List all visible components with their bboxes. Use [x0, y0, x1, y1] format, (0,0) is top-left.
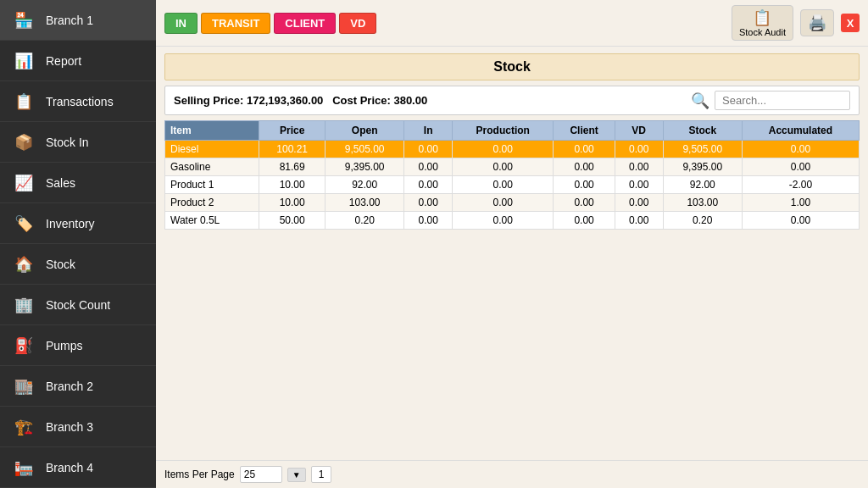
cell-r4-c3: 0.00: [404, 212, 453, 230]
col-header-item: Item: [165, 121, 259, 141]
cell-r0-c5: 0.00: [554, 141, 615, 158]
cell-r2-c2: 92.00: [325, 176, 403, 194]
sidebar-label-branch1: Branch 1: [46, 14, 93, 27]
cell-r4-c7: 0.20: [663, 212, 742, 230]
pumps-icon: ⛽: [10, 332, 37, 359]
cell-r0-c7: 9,505.00: [663, 141, 742, 158]
col-header-in: In: [404, 121, 453, 141]
cell-r2-c3: 0.00: [404, 176, 453, 194]
report-icon: 📊: [10, 47, 37, 75]
cell-r0-c0: Diesel: [165, 141, 259, 158]
sidebar-label-branch2: Branch 2: [46, 380, 93, 393]
sidebar-label-inventory: Inventory: [46, 217, 95, 230]
table-row[interactable]: Diesel100.219,505.000.000.000.000.009,50…: [165, 141, 860, 158]
sidebar-label-stock-count: Stock Count: [46, 298, 110, 312]
items-per-page-input[interactable]: [240, 466, 282, 483]
sidebar-item-stock[interactable]: 🏠 Stock: [0, 244, 156, 285]
sidebar-item-branch4[interactable]: 🏣 Branch 4: [0, 447, 156, 488]
sidebar-item-sales[interactable]: 📈 Sales: [0, 163, 156, 203]
branch3-icon: 🏗️: [10, 413, 37, 441]
table-body: Diesel100.219,505.000.000.000.000.009,50…: [165, 141, 860, 230]
cell-r2-c5: 0.00: [554, 176, 615, 194]
cell-r4-c6: 0.00: [615, 212, 663, 230]
cell-r4-c1: 50.00: [259, 212, 326, 230]
cost-price: Cost Price: 380.00: [332, 94, 427, 107]
sidebar-item-transactions[interactable]: 📋 Transactions: [0, 81, 156, 122]
sidebar-label-report: Report: [46, 54, 81, 68]
sidebar-label-branch3: Branch 3: [46, 420, 93, 434]
transactions-icon: 📋: [10, 88, 37, 115]
badge-client[interactable]: CLIENT: [274, 13, 336, 34]
content-area: Stock Selling Price: 172,193,360.00 Cost…: [156, 47, 868, 460]
sidebar-item-pumps[interactable]: ⛽ Pumps: [0, 325, 156, 366]
cell-r4-c8: 0.00: [742, 212, 859, 230]
price-bar: Selling Price: 172,193,360.00 Cost Price…: [164, 86, 860, 115]
cell-r2-c0: Product 1: [165, 176, 259, 194]
cell-r2-c7: 92.00: [663, 176, 742, 194]
cell-r2-c8: -2.00: [742, 176, 859, 194]
branch4-icon: 🏣: [10, 454, 37, 481]
sales-icon: 📈: [10, 169, 37, 197]
sidebar-item-inventory[interactable]: 🏷️ Inventory: [0, 203, 156, 244]
sidebar-label-stock-in: Stock In: [46, 136, 89, 149]
cell-r1-c7: 9,395.00: [663, 158, 742, 176]
sidebar-item-stock-count[interactable]: 🏢 Stock Count: [0, 285, 156, 325]
cell-r0-c8: 0.00: [742, 141, 859, 158]
cell-r4-c2: 0.20: [325, 212, 403, 230]
cell-r1-c0: Gasoline: [165, 158, 259, 176]
stock-audit-button[interactable]: 📋 Stock Audit: [732, 5, 793, 41]
col-header-client: Client: [554, 121, 615, 141]
cell-r3-c5: 0.00: [554, 194, 615, 212]
sidebar-item-report[interactable]: 📊 Report: [0, 41, 156, 81]
search-area: 🔍: [691, 91, 850, 110]
cell-r0-c6: 0.00: [615, 141, 663, 158]
table-row[interactable]: Water 0.5L50.000.200.000.000.000.000.200…: [165, 212, 860, 230]
table-row[interactable]: Product 110.0092.000.000.000.000.0092.00…: [165, 176, 860, 194]
table-row[interactable]: Gasoline81.699,395.000.000.000.000.009,3…: [165, 158, 860, 176]
sidebar-item-branch1[interactable]: 🏪 Branch 1: [0, 0, 156, 41]
cell-r3-c2: 103.00: [325, 194, 403, 212]
cell-r2-c6: 0.00: [615, 176, 663, 194]
page-number: 1: [311, 466, 332, 483]
cell-r4-c5: 0.00: [554, 212, 615, 230]
badge-vd[interactable]: VD: [339, 13, 376, 34]
cell-r0-c1: 100.21: [259, 141, 326, 158]
branch1-icon: 🏪: [10, 7, 37, 34]
print-button[interactable]: 🖨️: [800, 9, 834, 36]
badge-in[interactable]: IN: [164, 13, 198, 34]
col-header-open: Open: [325, 121, 403, 141]
section-title: Stock: [164, 53, 860, 80]
sidebar-item-branch2[interactable]: 🏬 Branch 2: [0, 366, 156, 407]
cell-r1-c1: 81.69: [259, 158, 326, 176]
cell-r3-c4: 0.00: [453, 194, 554, 212]
cell-r1-c2: 9,395.00: [325, 158, 403, 176]
items-per-page-dropdown[interactable]: ▼: [287, 468, 306, 482]
cell-r2-c1: 10.00: [259, 176, 326, 194]
search-input[interactable]: [715, 91, 850, 110]
stock-audit-label: Stock Audit: [739, 27, 786, 37]
main-content: INTRANSITCLIENTVD 📋 Stock Audit 🖨️ X Sto…: [156, 0, 868, 488]
topbar: INTRANSITCLIENTVD 📋 Stock Audit 🖨️ X: [156, 0, 868, 47]
col-header-production: Production: [453, 121, 554, 141]
sidebar-label-stock: Stock: [46, 258, 75, 271]
cell-r0-c4: 0.00: [453, 141, 554, 158]
sidebar-label-pumps: Pumps: [46, 339, 83, 352]
cell-r4-c4: 0.00: [453, 212, 554, 230]
inventory-icon: 🏷️: [10, 210, 37, 237]
cell-r3-c3: 0.00: [404, 194, 453, 212]
table-header: ItemPriceOpenInProductionClientVDStockAc…: [165, 121, 860, 141]
sidebar-item-stock-in[interactable]: 📦 Stock In: [0, 122, 156, 163]
badge-transit[interactable]: TRANSIT: [201, 13, 270, 34]
close-button[interactable]: X: [841, 14, 860, 32]
search-icon[interactable]: 🔍: [691, 92, 709, 110]
stock-in-icon: 📦: [10, 129, 37, 156]
selling-price: Selling Price: 172,193,360.00: [174, 94, 323, 107]
sidebar-label-transactions: Transactions: [46, 95, 114, 108]
sidebar-item-branch3[interactable]: 🏗️ Branch 3: [0, 407, 156, 447]
stock-count-icon: 🏢: [10, 291, 37, 319]
cell-r1-c4: 0.00: [453, 158, 554, 176]
stock-icon: 🏠: [10, 251, 37, 278]
table-row[interactable]: Product 210.00103.000.000.000.000.00103.…: [165, 194, 860, 212]
cell-r1-c6: 0.00: [615, 158, 663, 176]
stock-table: ItemPriceOpenInProductionClientVDStockAc…: [164, 120, 860, 230]
